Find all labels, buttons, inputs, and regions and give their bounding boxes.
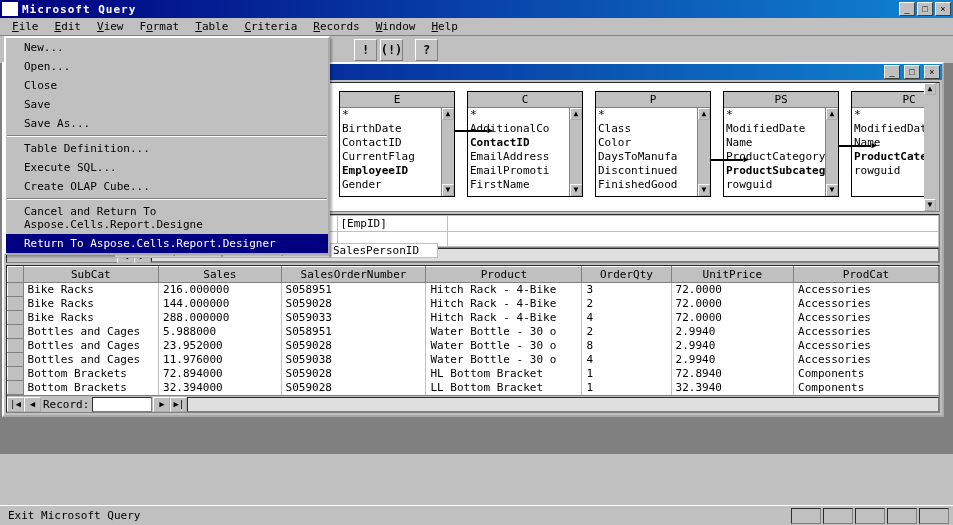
column-header[interactable]: Product	[426, 267, 582, 283]
cell[interactable]: 2.9940	[671, 339, 794, 353]
cell[interactable]: S058951	[281, 325, 426, 339]
cell[interactable]: 32.394000	[159, 381, 282, 395]
maximize-button[interactable]: □	[917, 2, 933, 16]
cell[interactable]: 5.988000	[159, 325, 282, 339]
field-item[interactable]: ModifiedDate	[724, 122, 838, 136]
cell[interactable]: 4	[582, 353, 671, 367]
cell[interactable]: 2	[582, 297, 671, 311]
cell[interactable]: 1	[582, 381, 671, 395]
cell[interactable]: S059028	[281, 339, 426, 353]
menu-saveas[interactable]: Save As...	[6, 114, 328, 133]
nav-prev[interactable]: ◀	[24, 397, 41, 412]
table-vscroll[interactable]: ▲▼	[569, 108, 582, 196]
join-line-3[interactable]	[839, 145, 871, 147]
menu-open[interactable]: Open...	[6, 57, 328, 76]
field-item[interactable]: EmailPromoti	[468, 164, 582, 178]
field-item[interactable]: FirstName	[468, 178, 582, 192]
cell[interactable]: Bottles and Cages	[23, 325, 158, 339]
criteria-field-cell[interactable]: SalesPersonID	[330, 243, 438, 258]
cell[interactable]: S058951	[281, 283, 426, 297]
cell[interactable]: Bike Racks	[23, 297, 158, 311]
menu-cancel-return[interactable]: Cancel and Return To Aspose.Cells.Report…	[6, 202, 328, 234]
cell[interactable]: 4	[582, 311, 671, 325]
row-selector[interactable]	[8, 353, 24, 367]
row-selector[interactable]	[8, 367, 24, 381]
field-item[interactable]: BirthDate	[340, 122, 454, 136]
cell[interactable]: Water Bottle - 30 o	[426, 339, 582, 353]
cell[interactable]: Components	[794, 381, 939, 395]
tool-run[interactable]: (!)	[380, 39, 403, 61]
menu-return[interactable]: Return To Aspose.Cells.Report.Designer	[6, 234, 328, 253]
menu-criteria[interactable]: Criteria	[236, 18, 305, 35]
menu-edit[interactable]: Edit	[47, 18, 90, 35]
cell[interactable]: 144.000000	[159, 297, 282, 311]
field-item[interactable]: Name	[724, 136, 838, 150]
cell[interactable]: Water Bottle - 30 o	[426, 325, 582, 339]
table-vscroll[interactable]: ▲▼	[697, 108, 710, 196]
child-maximize[interactable]: □	[904, 65, 920, 79]
cell[interactable]: 23.952000	[159, 339, 282, 353]
field-item[interactable]: ProductCategory	[724, 150, 838, 164]
cell[interactable]: S059028	[281, 297, 426, 311]
child-minimize[interactable]: _	[884, 65, 900, 79]
cell[interactable]: Bike Racks	[23, 311, 158, 325]
cell[interactable]: Bottles and Cages	[23, 339, 158, 353]
column-header[interactable]: Sales	[159, 267, 282, 283]
cell[interactable]: Bike Racks	[23, 283, 158, 297]
tables-vscroll[interactable]: ▲▼	[924, 83, 939, 211]
menu-view[interactable]: View	[89, 18, 132, 35]
cell[interactable]: 2.9940	[671, 325, 794, 339]
field-item[interactable]: DaysToManufa	[596, 150, 710, 164]
cell[interactable]: Water Bottle - 30 o	[426, 353, 582, 367]
cell[interactable]: 72.0000	[671, 311, 794, 325]
cell[interactable]: Hitch Rack - 4-Bike	[426, 311, 582, 325]
nav-last[interactable]: ▶|	[170, 397, 187, 412]
column-header[interactable]: SalesOrderNumber	[281, 267, 426, 283]
table-header[interactable]: C	[468, 92, 582, 108]
menu-close[interactable]: Close	[6, 76, 328, 95]
criteria-cell[interactable]	[447, 216, 939, 232]
cell[interactable]: Accessories	[794, 325, 939, 339]
criteria-cell[interactable]: [EmpID]	[337, 216, 447, 232]
field-item[interactable]: rowguid	[724, 178, 838, 192]
cell[interactable]: 72.894000	[159, 367, 282, 381]
field-item[interactable]: Gender	[340, 178, 454, 192]
cell[interactable]: Accessories	[794, 297, 939, 311]
cell[interactable]: 2	[582, 325, 671, 339]
criteria-cell[interactable]	[447, 232, 939, 247]
field-item[interactable]: CurrentFlag	[340, 150, 454, 164]
nav-next[interactable]: ▶	[153, 397, 170, 412]
field-item[interactable]: *	[468, 108, 582, 122]
field-item[interactable]: *	[340, 108, 454, 122]
join-line-1[interactable]	[455, 130, 487, 132]
row-selector[interactable]	[8, 339, 24, 353]
record-input[interactable]	[92, 397, 152, 412]
field-item[interactable]: ContactID	[340, 136, 454, 150]
field-item[interactable]: AdditionalCo	[468, 122, 582, 136]
menu-execsql[interactable]: Execute SQL...	[6, 158, 328, 177]
menu-format[interactable]: Format	[132, 18, 188, 35]
menu-tabledef[interactable]: Table Definition...	[6, 139, 328, 158]
menu-new[interactable]: New...	[6, 38, 328, 57]
field-item[interactable]: Discontinued	[596, 164, 710, 178]
cell[interactable]: LL Bottom Bracket	[426, 381, 582, 395]
table-P[interactable]: P*ClassColorDaysToManufaDiscontinuedFini…	[595, 91, 711, 197]
tool-exclaim[interactable]: !	[354, 39, 377, 61]
table-vscroll[interactable]: ▲▼	[441, 108, 454, 196]
table-header[interactable]: P	[596, 92, 710, 108]
cell[interactable]: S059028	[281, 367, 426, 381]
table-vscroll[interactable]: ▲▼	[825, 108, 838, 196]
cell[interactable]: 72.0000	[671, 283, 794, 297]
menu-olap[interactable]: Create OLAP Cube...	[6, 177, 328, 196]
cell[interactable]: S059028	[281, 381, 426, 395]
cell[interactable]: 11.976000	[159, 353, 282, 367]
cell[interactable]: 288.000000	[159, 311, 282, 325]
nav-first[interactable]: |◀	[7, 397, 24, 412]
row-selector[interactable]	[8, 283, 24, 297]
column-header[interactable]: OrderQty	[582, 267, 671, 283]
row-selector[interactable]	[8, 311, 24, 325]
row-selector[interactable]	[8, 381, 24, 395]
field-item[interactable]: EmailAddress	[468, 150, 582, 164]
table-header[interactable]: PS	[724, 92, 838, 108]
cell[interactable]: Bottom Brackets	[23, 367, 158, 381]
